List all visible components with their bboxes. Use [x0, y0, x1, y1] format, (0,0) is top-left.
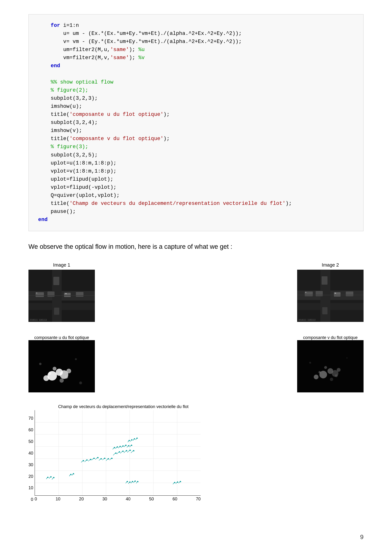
quiver-plot: 70 60 50 40 30 20 10 0: [29, 410, 201, 502]
svg-line-91: [117, 451, 120, 454]
image2-container: Image 2 3414111 1101113: [297, 262, 363, 322]
flow-v-container: composante v du flot optique: [297, 334, 363, 392]
x-label-0: 0: [35, 497, 37, 502]
images-row-2: composante u du flot optique c: [29, 334, 363, 392]
svg-line-79: [95, 457, 98, 460]
y-label-40: 40: [29, 451, 33, 455]
quiver-container: Champ de vecteurs du deplacement/represe…: [29, 404, 363, 502]
y-label-10: 10: [29, 486, 33, 490]
svg-line-95: [124, 450, 127, 453]
svg-text:3414111 1101113: 3414111 1101113: [298, 319, 315, 321]
svg-point-34: [53, 367, 57, 371]
image2-placeholder: 3414111 1101113: [297, 270, 363, 322]
svg-line-93: [120, 451, 123, 453]
svg-rect-8: [53, 277, 59, 285]
image1-title: Image 1: [53, 262, 70, 268]
flow-v-caption: composante v du flot optique: [303, 335, 358, 340]
x-label-10: 10: [56, 497, 60, 502]
svg-point-50: [330, 378, 333, 381]
svg-rect-22: [321, 276, 328, 285]
svg-point-39: [75, 358, 77, 360]
svg-rect-25: [305, 292, 306, 293]
svg-rect-24: [335, 293, 336, 294]
svg-point-38: [39, 363, 42, 365]
svg-point-48: [319, 371, 321, 373]
y-label-20: 20: [29, 474, 33, 479]
x-label-20: 20: [79, 497, 84, 502]
svg-rect-23: [322, 307, 328, 314]
svg-line-99: [131, 450, 134, 453]
svg-point-31: [43, 375, 49, 381]
y-label-0: 0: [29, 497, 33, 502]
svg-point-35: [48, 372, 51, 375]
image2-title: Image 2: [322, 262, 339, 268]
svg-rect-28: [29, 340, 95, 392]
images-row-1: Image 1 3318111 1101: [29, 262, 363, 322]
code-block: for i=1:n u= um - (Ex.*(Ex.*um+Ey.*vm+Et…: [29, 14, 363, 231]
svg-rect-11: [36, 293, 37, 293]
svg-rect-9: [54, 308, 59, 315]
svg-point-40: [79, 381, 82, 384]
x-label-30: 30: [102, 497, 107, 502]
y-label-30: 30: [29, 463, 33, 467]
svg-point-33: [66, 369, 71, 373]
x-label-70: 70: [196, 497, 201, 502]
svg-rect-7: [76, 292, 84, 297]
quiver-title: Champ de vecteurs du deplacement/represe…: [40, 404, 206, 409]
image1-placeholder: 3318111 1101113: [29, 270, 95, 322]
svg-rect-12: [29, 295, 95, 296]
svg-rect-19: [316, 291, 323, 296]
svg-rect-10: [65, 293, 67, 294]
svg-rect-5: [47, 292, 55, 297]
y-axis-labels: 70 60 50 40 30 20 10 0: [29, 416, 33, 502]
svg-point-47: [324, 366, 327, 369]
x-axis-labels: 0 10 20 30 40 50 60 70: [35, 497, 201, 502]
x-label-60: 60: [172, 497, 177, 502]
flow-v-placeholder: [297, 340, 363, 392]
plot-area: [35, 410, 201, 496]
svg-rect-21: [346, 292, 353, 296]
svg-point-36: [65, 375, 68, 379]
svg-line-89: [113, 453, 116, 455]
x-label-40: 40: [126, 497, 130, 502]
svg-point-51: [309, 362, 311, 364]
flow-u-caption: composante u du flot optique: [34, 335, 89, 340]
x-label-50: 50: [149, 497, 154, 502]
svg-point-52: [346, 357, 348, 359]
svg-point-46: [337, 368, 341, 372]
flow-u-container: composante u du flot optique: [29, 334, 95, 392]
svg-rect-6: [64, 293, 71, 297]
flow-u-placeholder: [29, 340, 95, 392]
y-label-60: 60: [29, 428, 33, 432]
svg-point-37: [59, 378, 64, 383]
image1-container: Image 1 3318111 1101: [29, 262, 95, 322]
svg-text:3318111 1101113: 3318111 1101113: [30, 319, 47, 321]
svg-point-49: [335, 374, 338, 377]
observation-text: We observe the optical flow in motion, h…: [29, 243, 363, 250]
page-number: 9: [360, 533, 363, 541]
svg-point-44: [314, 375, 319, 379]
svg-rect-26: [297, 295, 363, 295]
svg-rect-41: [297, 340, 363, 392]
y-label-70: 70: [29, 416, 33, 420]
y-label-50: 50: [29, 439, 33, 444]
